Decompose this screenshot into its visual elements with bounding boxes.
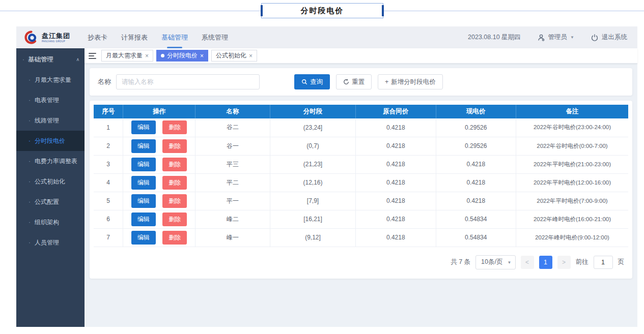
page-size-value: 10条/页	[481, 258, 502, 266]
bullet-icon: ·	[29, 158, 31, 165]
edit-button[interactable]: 编辑	[131, 231, 156, 245]
sidebar-item-meter-mgmt[interactable]: · 电表管理	[16, 90, 85, 110]
page-size-select[interactable]: 10条/页 ▼	[475, 255, 515, 269]
table-row: 2 编辑 删除 谷一 (0,7) 0.4218 0.29526	[94, 137, 628, 155]
cell-name: 峰二	[195, 210, 270, 228]
sidebar-item-formula-init[interactable]: · 公式初始化	[16, 171, 85, 192]
tab-monthly-max-demand[interactable]: 月最大需求量 ×	[101, 50, 153, 62]
col-header-name: 名称	[195, 105, 270, 118]
logout-button[interactable]: 退出系统	[591, 33, 627, 42]
delete-button[interactable]: 删除	[162, 176, 187, 190]
content-scroll-area: 名称 查询 重置	[85, 64, 637, 327]
cell-period: (9,12]	[270, 228, 356, 247]
cell-index: 7	[94, 228, 123, 247]
delete-button[interactable]: 删除	[162, 194, 187, 208]
app-body: · 基础管理 ∧ · 月最大需求量 · 电表管理 · 线路管理 ·	[16, 48, 637, 327]
delete-button[interactable]: 删除	[162, 120, 187, 134]
edit-button[interactable]: 编辑	[131, 139, 156, 153]
cell-actions: 编辑 删除	[123, 137, 195, 155]
edit-button[interactable]: 编辑	[131, 158, 156, 171]
tabs-menu-icon[interactable]	[89, 53, 96, 59]
nav-item-meter-card[interactable]: 抄表卡	[88, 26, 107, 48]
cell-actions: 编辑 删除	[123, 228, 195, 247]
sidebar: · 基础管理 ∧ · 月最大需求量 · 电表管理 · 线路管理 ·	[16, 48, 85, 327]
cell-old-price: 0.4218	[356, 155, 436, 173]
sidebar-item-label: 月最大需求量	[35, 76, 71, 84]
cell-index: 6	[94, 210, 123, 228]
annotation-bar-right	[382, 5, 384, 16]
goto-page-input[interactable]	[594, 256, 613, 269]
close-icon[interactable]: ×	[249, 53, 253, 59]
delete-button[interactable]: 删除	[162, 212, 187, 226]
query-button[interactable]: 查询	[294, 74, 330, 89]
sidebar-item-personnel-mgmt[interactable]: · 人员管理	[16, 232, 85, 253]
cell-remark: 2022年平时电价(12:00-16:00)	[516, 173, 629, 192]
delete-button[interactable]: 删除	[162, 231, 187, 245]
edit-button[interactable]: 编辑	[131, 194, 156, 208]
cell-new-price: 0.4218	[436, 155, 516, 173]
chevron-down-icon: ▼	[508, 260, 512, 265]
page-title: 分时段电价	[301, 6, 344, 16]
sidebar-group-basic-mgmt[interactable]: · 基础管理 ∧	[16, 49, 85, 70]
bullet-icon: ·	[29, 219, 31, 226]
nav-item-calc-report[interactable]: 计算报表	[121, 26, 148, 48]
table-row: 1 编辑 删除 谷二 (23,24] 0.4218 0.29526	[94, 118, 628, 137]
cell-remark: 2022年谷时电价(0:00-7:00)	[516, 137, 629, 155]
table-row: 5 编辑 删除 平一 [7,9] 0.4218 0.4218 2	[94, 192, 628, 210]
cell-new-price: 0.54834	[436, 228, 516, 247]
nav-item-basic-mgmt[interactable]: 基础管理	[161, 26, 188, 48]
name-field-label: 名称	[98, 77, 111, 86]
page-number-1[interactable]: 1	[539, 256, 552, 269]
close-icon[interactable]: ×	[145, 53, 149, 59]
reset-button-label: 重置	[352, 78, 365, 86]
cell-remark: 2022年谷时电价(23:00-24:00)	[516, 118, 629, 137]
edit-button[interactable]: 编辑	[131, 120, 156, 134]
user-icon	[537, 34, 545, 42]
brand-name-en: PANJIANG GROUP	[42, 40, 67, 42]
delete-button[interactable]: 删除	[162, 139, 187, 153]
tab-formula-init[interactable]: 公式初始化 ×	[211, 50, 257, 62]
reset-button[interactable]: 重置	[336, 74, 372, 89]
next-page-button[interactable]: >	[557, 256, 571, 269]
top-menu: 抄表卡 计算报表 基础管理 系统管理	[88, 26, 228, 48]
main-content: 月最大需求量 × 分时段电价 × 公式初始化 ×	[85, 48, 637, 327]
cell-new-price: 0.54834	[436, 210, 516, 228]
cell-name: 平二	[195, 173, 270, 192]
sidebar-group-label: 基础管理	[28, 55, 53, 64]
table-header-row: 序号 操作 名称 分时段 原合同价 现电价 备注	[94, 105, 628, 118]
bullet-icon: ·	[29, 76, 31, 83]
cell-remark: 2022年平时电价(21:00-23:00)	[516, 155, 629, 173]
logout-label: 退出系统	[602, 33, 627, 42]
delete-button[interactable]: 删除	[162, 158, 187, 171]
nav-item-system-mgmt[interactable]: 系统管理	[202, 26, 228, 48]
page-unit-label: 页	[618, 258, 625, 266]
cell-actions: 编辑 删除	[123, 155, 195, 173]
close-icon[interactable]: ×	[200, 53, 204, 59]
add-tou-price-button[interactable]: + 新增分时段电价	[378, 74, 443, 89]
tab-tou-price[interactable]: 分时段电价 ×	[156, 50, 208, 62]
cell-period: (23,24]	[270, 118, 356, 137]
add-button-label: 新增分时段电价	[391, 78, 436, 86]
sidebar-item-org-structure[interactable]: · 组织架构	[16, 212, 85, 232]
user-name: 管理员	[548, 33, 568, 42]
prev-page-button[interactable]: <	[521, 256, 534, 269]
cell-old-price: 0.4218	[356, 192, 436, 210]
user-caret-icon: ▼	[570, 35, 574, 40]
sidebar-item-line-mgmt[interactable]: · 线路管理	[16, 110, 85, 131]
bullet-icon: ·	[22, 56, 24, 63]
cell-name: 平一	[195, 192, 270, 210]
cell-remark: 2022年峰时电价(16:00-21:00)	[516, 210, 629, 228]
cell-period: (0,7)	[270, 137, 356, 155]
bullet-icon: ·	[29, 117, 31, 124]
sidebar-item-formula-config[interactable]: · 公式配置	[16, 192, 85, 212]
table-row: 6 编辑 删除 峰二 [16,21] 0.4218 0.54834	[94, 210, 628, 228]
user-dropdown[interactable]: 管理员 ▼	[537, 33, 574, 42]
name-input[interactable]	[116, 74, 260, 89]
sidebar-item-monthly-max-demand[interactable]: · 月最大需求量	[16, 70, 85, 90]
navbar-right: 2023.08.10 星期四 管理员 ▼ 退出系统	[468, 33, 627, 42]
sidebar-item-tou-price[interactable]: · 分时段电价	[16, 131, 85, 151]
edit-button[interactable]: 编辑	[131, 212, 156, 226]
edit-button[interactable]: 编辑	[131, 176, 156, 190]
sidebar-item-power-factor-table[interactable]: · 电费力率调整表	[16, 151, 85, 171]
cell-new-price: 0.4218	[436, 192, 516, 210]
